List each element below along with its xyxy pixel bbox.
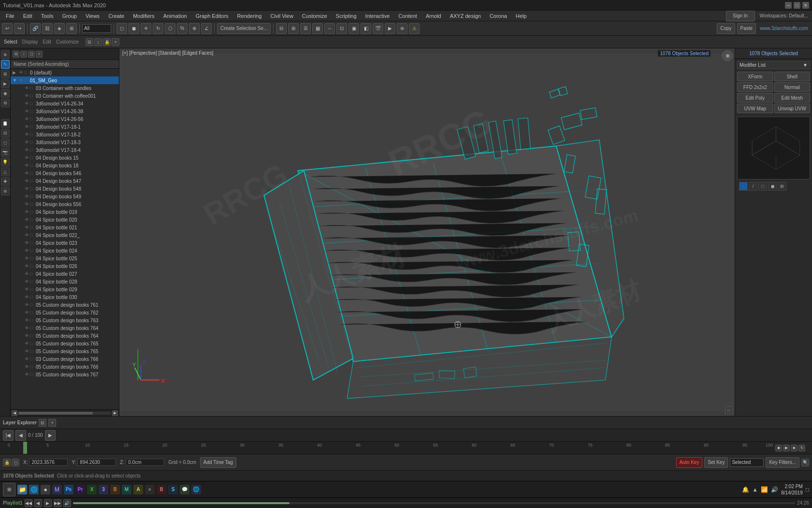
maximize-vp-btn[interactable]: □ — [725, 406, 733, 414]
stop-btn[interactable]: ■ — [791, 445, 798, 451]
menu-rendering[interactable]: Rendering — [233, 12, 266, 20]
list-item[interactable]: 👁 □ 3d6smodel V14-26-56 — [11, 115, 119, 123]
chat-btn[interactable]: 💬 — [180, 485, 189, 494]
calc-btn[interactable]: ≡ — [145, 485, 155, 494]
menu-edit[interactable]: Edit — [19, 12, 36, 20]
menu-graph-editors[interactable]: Graph Editors — [192, 12, 232, 20]
globe-btn[interactable]: 🌐 — [191, 485, 201, 494]
objects-icon[interactable]: ◻ — [1, 138, 10, 147]
eye-icon[interactable]: 👁 — [23, 279, 30, 284]
filter-scene-button[interactable]: ⊟ — [13, 51, 19, 58]
tree-item-01sm[interactable]: ▼ 👁 □ 01_SM_Geo — [11, 76, 119, 84]
hierarchy-button[interactable]: ⊞ — [66, 23, 77, 34]
undo-button[interactable]: ↩ — [2, 23, 13, 34]
3dsmax-btn[interactable]: M — [52, 485, 62, 494]
list-item[interactable]: 👁 □ 05 Custom design books 765 — [11, 347, 119, 355]
list-item[interactable]: 👁 □ 05 Custom design books 764 — [11, 324, 119, 332]
eye-icon[interactable]: 👁 — [17, 78, 24, 83]
create-icon[interactable]: ⊕ — [1, 50, 10, 59]
list-item[interactable]: 👁 □ 04 Design books 556 — [11, 200, 119, 208]
eye-icon[interactable]: 👁 — [23, 271, 30, 276]
scene-explorer-icon[interactable]: 📋 — [1, 119, 10, 128]
eye-icon[interactable]: 👁 — [23, 186, 30, 191]
list-item[interactable]: 👁 □ 04 Spice bottle 023 — [11, 239, 119, 247]
eye-icon[interactable]: 👁 — [23, 132, 30, 137]
action-center-icon[interactable]: □ — [806, 486, 809, 493]
file-explorer-btn[interactable]: 📁 — [17, 485, 27, 494]
scroll-right[interactable]: ▶ — [112, 410, 118, 416]
media-play-btn[interactable]: ▶ — [44, 499, 52, 507]
ie-btn[interactable]: 🌐 — [29, 485, 39, 494]
clone-button[interactable]: ⊡ — [336, 23, 347, 34]
y-value[interactable]: 894.2630 — [77, 459, 116, 466]
list-item[interactable]: 👁 □ 05 Custom design books 766 — [11, 363, 119, 371]
motion-icon[interactable]: ▶ — [1, 79, 10, 88]
list-item[interactable]: 👁 □ 05 Custom design books 761 — [11, 301, 119, 309]
views-button[interactable]: ◧ — [361, 23, 371, 34]
helpers-icon[interactable]: ✚ — [1, 177, 10, 186]
eye-icon[interactable]: 👁 — [23, 357, 30, 361]
media-progress-bar[interactable] — [73, 502, 795, 504]
list-item[interactable]: 👁 □ 04 Spice bottle 022_ — [11, 231, 119, 239]
list-item[interactable]: 👁 □ 05 Custom design books 767 — [11, 371, 119, 378]
start-button[interactable]: ⊞ — [3, 483, 15, 496]
scene-button[interactable]: 🎬 — [373, 23, 383, 34]
other-btn[interactable]: A — [133, 485, 143, 494]
group-button[interactable]: ▣ — [348, 23, 359, 34]
eye-icon[interactable]: 👁 — [23, 372, 30, 377]
select-button[interactable]: ◻ — [116, 23, 127, 34]
maximize-button[interactable]: □ — [794, 2, 800, 9]
eye-icon[interactable]: 👁 — [23, 155, 30, 160]
list-item[interactable]: 👁 □ 03 Container with coffee001 — [11, 92, 119, 100]
eye-icon[interactable]: 👁 — [23, 179, 30, 183]
bind-button[interactable]: ◈ — [54, 23, 65, 34]
minimize-button[interactable]: ─ — [785, 2, 792, 9]
space-warps-icon[interactable]: ⊛ — [1, 187, 10, 195]
edit-poly-modifier[interactable]: Edit Poly — [737, 93, 773, 103]
uvw-map-modifier[interactable]: UVW Map — [737, 104, 773, 113]
up-arrow-icon[interactable]: ▲ — [752, 486, 758, 493]
keyframe-btn[interactable]: ◆ — [775, 445, 782, 451]
status-btn-2[interactable]: ◻ — [12, 459, 19, 466]
list-item[interactable]: 👁 □ 3d6smodel V14-26-34 — [11, 100, 119, 107]
tab-select[interactable]: Select — [2, 39, 19, 45]
shell-modifier[interactable]: Shell — [774, 72, 811, 81]
select-all-button[interactable]: ◻ — [28, 51, 35, 58]
extra-btn[interactable]: B — [157, 485, 166, 494]
network-icon[interactable]: 📶 — [761, 486, 768, 493]
key-filters-btn[interactable]: Key Filters... — [766, 457, 799, 468]
eye-icon[interactable]: 👁 — [23, 302, 30, 307]
modifier-dropdown-icon[interactable]: ▼ — [803, 62, 808, 68]
eye-icon[interactable]: 👁 — [23, 295, 30, 299]
menu-customize[interactable]: Customize — [298, 12, 331, 20]
loop-btn[interactable]: ↻ — [798, 445, 805, 451]
list-item[interactable]: 👁 □ 04 Spice bottle 028 — [11, 278, 119, 285]
eye-icon[interactable]: 👁 — [23, 264, 30, 269]
move-button[interactable]: ✛ — [141, 23, 151, 34]
list-item[interactable]: 👁 □ 04 Spice bottle 024 — [11, 247, 119, 254]
paste-button[interactable]: Paste — [737, 23, 756, 34]
eye-icon[interactable]: 👁 — [23, 364, 30, 369]
layer-input[interactable] — [82, 24, 111, 33]
auto-key-btn[interactable]: Auto Key — [676, 457, 703, 468]
eye-icon[interactable]: 👁 — [23, 248, 30, 253]
eye-icon[interactable]: 👁 — [23, 202, 30, 207]
play-btn[interactable]: ▶ — [783, 445, 790, 451]
list-item[interactable]: 👁 □ 05 Custom design books 765 — [11, 340, 119, 347]
eye-icon[interactable]: 👁 — [17, 70, 24, 75]
menu-interactive[interactable]: Interactive — [362, 12, 394, 20]
normal-modifier[interactable]: Normal — [774, 82, 811, 92]
menu-file[interactable]: File — [2, 12, 18, 20]
menu-axyz[interactable]: AXYZ design — [446, 12, 485, 20]
3dsmax2-btn[interactable]: 3 — [99, 485, 108, 494]
xform-modifier[interactable]: XForm — [737, 72, 773, 81]
eye-icon[interactable]: 👁 — [23, 109, 30, 114]
redo-button[interactable]: ↪ — [14, 23, 25, 34]
eye-icon[interactable]: 👁 — [23, 217, 30, 222]
eye-icon[interactable]: 👁 — [23, 349, 30, 354]
prev-frame-button[interactable]: ◀ — [15, 430, 26, 441]
list-item[interactable]: 👁 □ 3d6smodel V17-18-2 — [11, 131, 119, 138]
eye-icon[interactable]: 👁 — [23, 163, 30, 168]
utilities-icon[interactable]: ⚙ — [1, 99, 10, 107]
render-button[interactable]: ▶ — [385, 23, 395, 34]
